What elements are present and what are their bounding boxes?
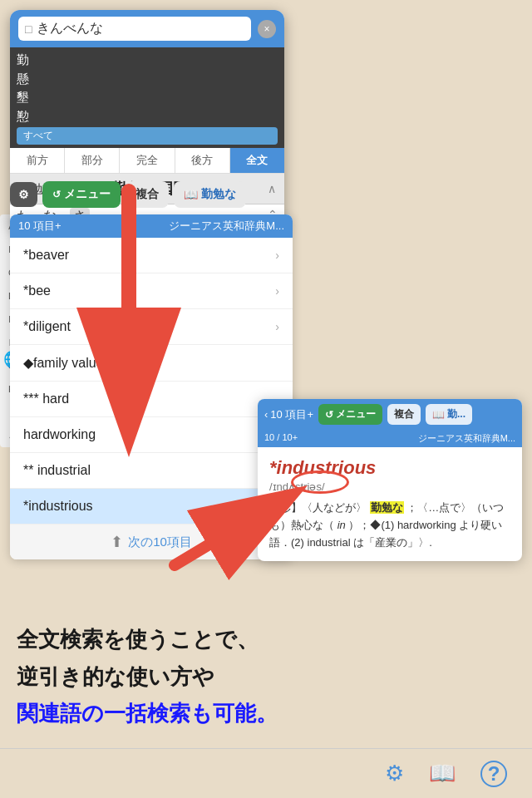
bottom-gear-icon[interactable]: ⚙ — [385, 761, 404, 786]
clear-button[interactable]: × — [258, 20, 276, 38]
result-diligent[interactable]: *diligent › — [10, 309, 293, 345]
detail-menu-icon: ↺ — [325, 409, 333, 421]
bottom-line3-text: 関連語の一括検索も可能。 — [17, 701, 278, 726]
menu-icon: ↺ — [52, 189, 61, 200]
def-part1: 【形】〈人などが〉 — [269, 501, 367, 514]
detail-panel: ‹ 10 項目+ ↺ メニュー 複合 📖 勤... 10 / 10+ ジーニアス… — [258, 399, 522, 561]
detail-fukugo-label: 複合 — [394, 407, 414, 421]
detail-count: 10 項目+ — [270, 407, 313, 422]
result-hardworking-text: hardworking — [23, 427, 96, 442]
result-industrious-text: *industrious — [23, 499, 93, 514]
detail-fukugo-button[interactable]: 複合 — [387, 404, 421, 425]
detail-menu-label: メニュー — [336, 407, 376, 421]
main-toolbar: ⚙ ↺ メニュー 複合 📖 勤勉な — [10, 181, 293, 208]
kanji-chars: 勤 懸 墾 懃 — [17, 51, 278, 126]
menu-label: メニュー — [64, 187, 111, 202]
back-icon: ‹ — [264, 408, 268, 421]
detail-book-icon: 📖 — [432, 409, 445, 421]
result-hard[interactable]: *** hard — [10, 382, 293, 417]
gear-icon: ⚙ — [18, 188, 29, 201]
result-family-values-text: ◆family values — [23, 355, 110, 371]
tab-zenpo[interactable]: 前方 — [10, 148, 65, 173]
chevron-right-icon: › — [275, 249, 279, 262]
back-button[interactable]: ‹ 10 項目+ — [264, 407, 313, 422]
bottom-line1: 全文検索を使うことで、 — [17, 621, 278, 658]
bottom-toolbar: ⚙ 📖 ? — [0, 748, 532, 798]
chevron-right-icon: › — [275, 284, 279, 298]
tab-kanzen[interactable]: 完全 — [120, 148, 175, 173]
detail-dict-name: ジーニアス英和辞典M... — [418, 432, 515, 445]
result-diligent-text: *diligent — [23, 319, 71, 334]
results-panel: 10 項目+ ジーニアス英和辞典M... *beaver › *bee › *d… — [10, 214, 293, 559]
result-bee-text: *bee — [23, 283, 51, 298]
search-icon: □ — [25, 22, 32, 36]
detail-dict-label: 勤... — [447, 407, 466, 421]
detail-page: 10 / 10+ — [264, 432, 298, 445]
tab-kogo[interactable]: 後方 — [175, 148, 230, 173]
bottom-text: 全文検索を使うことで、 逆引き的な使い方や 関連語の一括検索も可能。 — [17, 621, 278, 732]
search-input-wrap[interactable]: □ きんべんな — [18, 17, 251, 41]
subete-button[interactable]: すべて — [17, 127, 278, 145]
result-industrious[interactable]: *industrious — [10, 489, 293, 525]
bottom-book-icon[interactable]: 📖 — [429, 761, 456, 786]
result-beaver[interactable]: *beaver › — [10, 238, 293, 273]
bottom-help-icon[interactable]: ? — [480, 761, 507, 787]
book-icon: 📖 — [184, 188, 198, 201]
result-hard-text: *** hard — [23, 392, 69, 406]
detail-pronunciation: /ɪndʌ́striəs/ — [269, 480, 510, 493]
detail-dict-button[interactable]: 📖 勤... — [426, 404, 472, 425]
search-tabs: 前方 部分 完全 後方 全文 — [10, 148, 284, 174]
detail-word: *industrious — [269, 457, 510, 479]
detail-content: *industrious /ɪndʌ́striəs/ 【形】〈人などが〉 勤勉な… — [258, 447, 522, 561]
search-input-text[interactable]: きんべんな — [37, 20, 103, 37]
results-header: 10 項目+ ジーニアス英和辞典M... — [10, 214, 293, 238]
result-family-values[interactable]: ◆family values — [10, 345, 293, 382]
tab-zenbun[interactable]: 全文 — [230, 148, 284, 173]
result-hardworking[interactable]: hardworking — [10, 417, 293, 453]
detail-header-bar: 10 / 10+ ジーニアス英和辞典M... — [258, 430, 522, 447]
result-beaver-text: *beaver — [23, 248, 69, 263]
def-in: in — [337, 519, 346, 531]
fukugo-label: 複合 — [135, 187, 159, 202]
kanji-dropdown: 勤 懸 墾 懃 すべて — [10, 47, 284, 148]
up-arrow-icon: ⬆ — [111, 533, 123, 551]
bottom-line3: 関連語の一括検索も可能。 — [17, 695, 278, 732]
chevron-right-icon: › — [275, 320, 279, 333]
search-bar: □ きんべんな × — [10, 10, 284, 47]
result-industrial-text: ** industrial — [23, 463, 91, 478]
dict-button[interactable]: 📖 勤勉な — [174, 181, 246, 208]
fukugo-button[interactable]: 複合 — [126, 181, 169, 208]
results-dict-name: ジーニアス英和辞典M... — [169, 219, 284, 234]
detail-definition: 【形】〈人などが〉 勤勉な ；〈…点で〉（いつも）熱心な（ in ）；◆(1) … — [269, 500, 510, 551]
next-10-button[interactable]: ⬆ 次の10項目 — [10, 525, 293, 559]
results-count: 10 項目+ — [18, 219, 62, 234]
def-highlight-kinben: 勤勉な — [370, 501, 404, 514]
next-10-label: 次の10項目 — [128, 534, 192, 550]
bottom-line2: 逆引き的な使い方や — [17, 658, 278, 695]
tab-bubun[interactable]: 部分 — [65, 148, 120, 173]
detail-toolbar: ‹ 10 項目+ ↺ メニュー 複合 📖 勤... — [258, 399, 522, 430]
gear-button[interactable]: ⚙ — [10, 182, 37, 207]
menu-button[interactable]: ↺ メニュー — [42, 181, 121, 208]
result-industrial[interactable]: ** industrial — [10, 453, 293, 489]
dict-label: 勤勉な — [201, 187, 236, 202]
detail-menu-button[interactable]: ↺ メニュー — [318, 404, 382, 425]
result-bee[interactable]: *bee › — [10, 273, 293, 309]
